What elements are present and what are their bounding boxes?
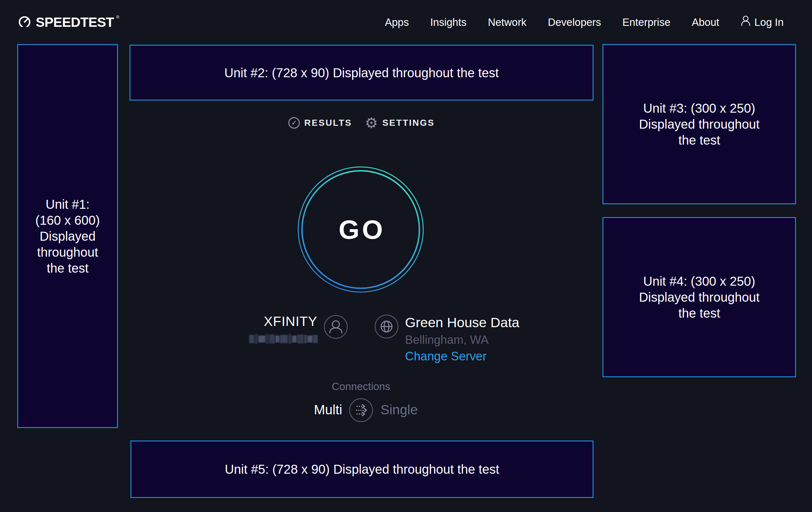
connections-single-option[interactable]: Single xyxy=(380,402,418,417)
logo-wordmark: SPEEDTEST xyxy=(36,15,114,30)
ad-unit-5-text: Unit #5: (728 x 90) Displayed throughout… xyxy=(225,461,499,477)
ad-unit-1[interactable]: Unit #1: (160 x 600) Displayed throughou… xyxy=(17,44,118,428)
change-server-link[interactable]: Change Server xyxy=(405,349,487,363)
nav-network[interactable]: Network xyxy=(488,16,527,29)
speedtest-logo[interactable]: SPEEDTEST ® xyxy=(18,14,119,31)
isp-name[interactable]: XFINITY xyxy=(223,314,317,329)
results-tab-label: RESULTS xyxy=(304,118,352,128)
nav-developers[interactable]: Developers xyxy=(548,16,601,29)
logo-trademark: ® xyxy=(116,15,119,20)
ad-unit-1-text: Unit #1: (160 x 600) Displayed throughou… xyxy=(35,196,100,276)
main-nav: Apps Insights Network Developers Enterpr… xyxy=(385,15,784,29)
ad-unit-2-text: Unit #2: (728 x 90) Displayed throughout… xyxy=(224,65,499,81)
tab-results[interactable]: ✓ RESULTS xyxy=(288,117,352,129)
gauge-icon xyxy=(18,14,32,31)
settings-tab-label: SETTINGS xyxy=(382,118,435,128)
ad-unit-4[interactable]: Unit #4: (300 x 250) Displayed throughou… xyxy=(603,217,796,377)
ad-unit-2[interactable]: Unit #2: (728 x 90) Displayed throughout… xyxy=(129,45,593,101)
login-button[interactable]: Log In xyxy=(741,15,784,29)
go-button[interactable]: GO xyxy=(297,166,425,293)
server-location: Bellingham, WA xyxy=(405,333,489,347)
nav-insights[interactable]: Insights xyxy=(430,16,467,29)
check-circle-icon: ✓ xyxy=(288,117,300,129)
host-ip-redacted xyxy=(249,334,318,344)
nav-about[interactable]: About xyxy=(692,16,719,29)
go-label: GO xyxy=(297,166,425,293)
isp-avatar-icon[interactable] xyxy=(323,315,348,341)
view-tabs: ✓ RESULTS ⚙ SETTINGS xyxy=(129,114,593,132)
gear-icon: ⚙ xyxy=(365,117,378,129)
server-globe-icon[interactable] xyxy=(374,314,399,340)
nav-apps[interactable]: Apps xyxy=(385,16,409,29)
server-name: Green House Data xyxy=(405,315,520,330)
ad-unit-5[interactable]: Unit #5: (728 x 90) Displayed throughout… xyxy=(130,440,593,498)
ad-unit-3-text: Unit #3: (300 x 250) Displayed throughou… xyxy=(639,100,759,148)
connections-label: Connections xyxy=(289,380,433,393)
tab-settings[interactable]: ⚙ SETTINGS xyxy=(365,117,435,129)
user-icon xyxy=(741,15,751,29)
speedtest-page: SPEEDTEST ® Apps Insights Network Develo… xyxy=(0,0,812,512)
nav-enterprise[interactable]: Enterprise xyxy=(622,16,670,29)
login-label: Log In xyxy=(754,16,784,29)
connections-multi-option[interactable]: Multi xyxy=(271,402,342,417)
ad-unit-4-text: Unit #4: (300 x 250) Displayed throughou… xyxy=(639,273,759,321)
connections-toggle-icon[interactable] xyxy=(349,398,374,424)
ad-unit-3[interactable]: Unit #3: (300 x 250) Displayed throughou… xyxy=(603,44,796,204)
